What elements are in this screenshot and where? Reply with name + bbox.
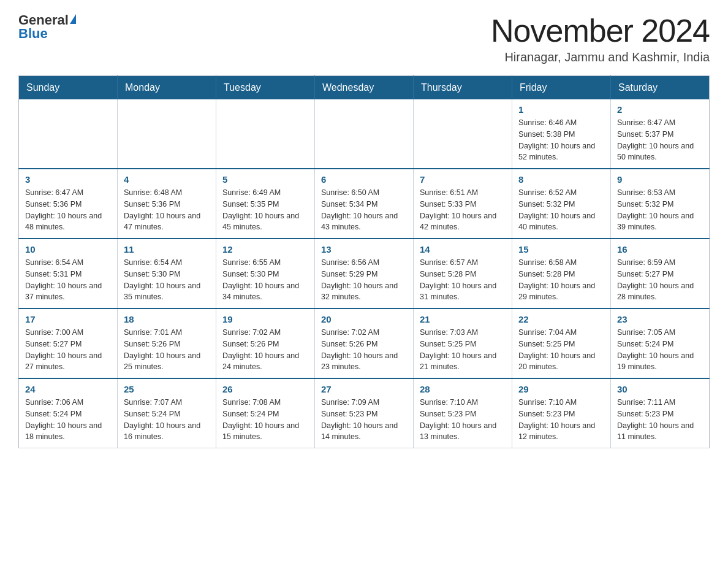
calendar-cell: 23Sunrise: 7:05 AMSunset: 5:24 PMDayligh…: [611, 308, 710, 378]
calendar-cell: 22Sunrise: 7:04 AMSunset: 5:25 PMDayligh…: [512, 308, 611, 378]
day-of-week-thursday: Thursday: [414, 76, 512, 100]
calendar-cell: 18Sunrise: 7:01 AMSunset: 5:26 PMDayligh…: [118, 308, 216, 378]
calendar-cell: 12Sunrise: 6:55 AMSunset: 5:30 PMDayligh…: [216, 239, 315, 308]
day-number: 13: [321, 244, 407, 255]
day-of-week-wednesday: Wednesday: [315, 76, 414, 100]
day-info: Sunrise: 6:50 AMSunset: 5:34 PMDaylight:…: [321, 187, 407, 233]
page-header: General Blue November 2024 Hiranagar, Ja…: [18, 12, 710, 64]
calendar-cell: 26Sunrise: 7:08 AMSunset: 5:24 PMDayligh…: [216, 378, 315, 448]
day-number: 23: [617, 314, 703, 324]
calendar-cell: 19Sunrise: 7:02 AMSunset: 5:26 PMDayligh…: [216, 308, 315, 378]
calendar-cell: 29Sunrise: 7:10 AMSunset: 5:23 PMDayligh…: [512, 378, 611, 448]
day-number: 6: [321, 174, 407, 185]
day-number: 4: [124, 174, 210, 185]
day-info: Sunrise: 7:02 AMSunset: 5:26 PMDaylight:…: [321, 327, 407, 373]
day-number: 15: [518, 244, 604, 255]
day-number: 22: [518, 314, 604, 324]
calendar-cell: 14Sunrise: 6:57 AMSunset: 5:28 PMDayligh…: [414, 239, 512, 308]
calendar-cell: 2Sunrise: 6:47 AMSunset: 5:37 PMDaylight…: [611, 99, 710, 169]
week-row-5: 24Sunrise: 7:06 AMSunset: 5:24 PMDayligh…: [19, 378, 710, 448]
logo-blue-text: Blue: [18, 26, 48, 42]
day-info: Sunrise: 7:07 AMSunset: 5:24 PMDaylight:…: [124, 397, 210, 443]
day-info: Sunrise: 6:48 AMSunset: 5:36 PMDaylight:…: [124, 187, 210, 233]
calendar-cell: 16Sunrise: 6:59 AMSunset: 5:27 PMDayligh…: [611, 239, 710, 308]
day-info: Sunrise: 6:56 AMSunset: 5:29 PMDaylight:…: [321, 257, 407, 303]
title-area: November 2024 Hiranagar, Jammu and Kashm…: [491, 12, 710, 64]
calendar-subtitle: Hiranagar, Jammu and Kashmir, India: [491, 50, 710, 64]
calendar-body: 1Sunrise: 6:46 AMSunset: 5:38 PMDaylight…: [19, 99, 710, 448]
week-row-3: 10Sunrise: 6:54 AMSunset: 5:31 PMDayligh…: [19, 239, 710, 308]
calendar-cell: 1Sunrise: 6:46 AMSunset: 5:38 PMDaylight…: [512, 99, 611, 169]
week-row-2: 3Sunrise: 6:47 AMSunset: 5:36 PMDaylight…: [19, 169, 710, 239]
day-info: Sunrise: 6:53 AMSunset: 5:32 PMDaylight:…: [617, 187, 703, 233]
day-number: 30: [617, 384, 703, 394]
calendar-cell: 20Sunrise: 7:02 AMSunset: 5:26 PMDayligh…: [315, 308, 414, 378]
days-of-week-row: SundayMondayTuesdayWednesdayThursdayFrid…: [19, 76, 710, 100]
calendar-cell: [19, 99, 118, 169]
logo-triangle-icon: [70, 14, 76, 24]
calendar-cell: 25Sunrise: 7:07 AMSunset: 5:24 PMDayligh…: [118, 378, 216, 448]
calendar-cell: 9Sunrise: 6:53 AMSunset: 5:32 PMDaylight…: [611, 169, 710, 239]
calendar-cell: 27Sunrise: 7:09 AMSunset: 5:23 PMDayligh…: [315, 378, 414, 448]
calendar-table: SundayMondayTuesdayWednesdayThursdayFrid…: [18, 75, 710, 448]
calendar-cell: 28Sunrise: 7:10 AMSunset: 5:23 PMDayligh…: [414, 378, 512, 448]
day-info: Sunrise: 6:51 AMSunset: 5:33 PMDaylight:…: [420, 187, 506, 233]
calendar-cell: 13Sunrise: 6:56 AMSunset: 5:29 PMDayligh…: [315, 239, 414, 308]
day-number: 17: [25, 314, 111, 324]
day-number: 27: [321, 384, 407, 394]
day-number: 1: [518, 104, 604, 115]
day-info: Sunrise: 7:02 AMSunset: 5:26 PMDaylight:…: [222, 327, 308, 373]
day-info: Sunrise: 6:47 AMSunset: 5:37 PMDaylight:…: [617, 117, 703, 163]
day-of-week-tuesday: Tuesday: [216, 76, 315, 100]
calendar-cell: [315, 99, 414, 169]
calendar-cell: 24Sunrise: 7:06 AMSunset: 5:24 PMDayligh…: [19, 378, 118, 448]
day-info: Sunrise: 7:10 AMSunset: 5:23 PMDaylight:…: [420, 397, 506, 443]
day-info: Sunrise: 7:09 AMSunset: 5:23 PMDaylight:…: [321, 397, 407, 443]
calendar-cell: [414, 99, 512, 169]
calendar-cell: 4Sunrise: 6:48 AMSunset: 5:36 PMDaylight…: [118, 169, 216, 239]
day-number: 7: [420, 174, 506, 185]
day-number: 28: [420, 384, 506, 394]
day-number: 21: [420, 314, 506, 324]
day-of-week-friday: Friday: [512, 76, 611, 100]
day-number: 24: [25, 384, 111, 394]
calendar-cell: [118, 99, 216, 169]
day-info: Sunrise: 6:59 AMSunset: 5:27 PMDaylight:…: [617, 257, 703, 303]
day-info: Sunrise: 7:03 AMSunset: 5:25 PMDaylight:…: [420, 327, 506, 373]
day-number: 16: [617, 244, 703, 255]
day-number: 12: [222, 244, 308, 255]
calendar-header: SundayMondayTuesdayWednesdayThursdayFrid…: [19, 76, 710, 100]
day-number: 14: [420, 244, 506, 255]
day-info: Sunrise: 7:00 AMSunset: 5:27 PMDaylight:…: [25, 327, 111, 373]
logo: General Blue: [18, 12, 76, 42]
day-info: Sunrise: 7:11 AMSunset: 5:23 PMDaylight:…: [617, 397, 703, 443]
calendar-cell: [216, 99, 315, 169]
day-info: Sunrise: 7:04 AMSunset: 5:25 PMDaylight:…: [518, 327, 604, 373]
day-info: Sunrise: 6:46 AMSunset: 5:38 PMDaylight:…: [518, 117, 604, 163]
day-number: 25: [124, 384, 210, 394]
day-number: 8: [518, 174, 604, 185]
day-info: Sunrise: 7:10 AMSunset: 5:23 PMDaylight:…: [518, 397, 604, 443]
day-info: Sunrise: 7:08 AMSunset: 5:24 PMDaylight:…: [222, 397, 308, 443]
day-number: 9: [617, 174, 703, 185]
day-number: 26: [222, 384, 308, 394]
day-info: Sunrise: 7:01 AMSunset: 5:26 PMDaylight:…: [124, 327, 210, 373]
day-number: 29: [518, 384, 604, 394]
calendar-cell: 30Sunrise: 7:11 AMSunset: 5:23 PMDayligh…: [611, 378, 710, 448]
day-info: Sunrise: 6:55 AMSunset: 5:30 PMDaylight:…: [222, 257, 308, 303]
calendar-cell: 17Sunrise: 7:00 AMSunset: 5:27 PMDayligh…: [19, 308, 118, 378]
day-info: Sunrise: 7:05 AMSunset: 5:24 PMDaylight:…: [617, 327, 703, 373]
day-number: 3: [25, 174, 111, 185]
week-row-4: 17Sunrise: 7:00 AMSunset: 5:27 PMDayligh…: [19, 308, 710, 378]
calendar-cell: 10Sunrise: 6:54 AMSunset: 5:31 PMDayligh…: [19, 239, 118, 308]
day-of-week-monday: Monday: [118, 76, 216, 100]
day-info: Sunrise: 6:54 AMSunset: 5:31 PMDaylight:…: [25, 257, 111, 303]
day-info: Sunrise: 6:58 AMSunset: 5:28 PMDaylight:…: [518, 257, 604, 303]
calendar-cell: 11Sunrise: 6:54 AMSunset: 5:30 PMDayligh…: [118, 239, 216, 308]
calendar-cell: 15Sunrise: 6:58 AMSunset: 5:28 PMDayligh…: [512, 239, 611, 308]
day-number: 5: [222, 174, 308, 185]
calendar-cell: 3Sunrise: 6:47 AMSunset: 5:36 PMDaylight…: [19, 169, 118, 239]
day-number: 2: [617, 104, 703, 115]
calendar-cell: 6Sunrise: 6:50 AMSunset: 5:34 PMDaylight…: [315, 169, 414, 239]
day-of-week-saturday: Saturday: [611, 76, 710, 100]
